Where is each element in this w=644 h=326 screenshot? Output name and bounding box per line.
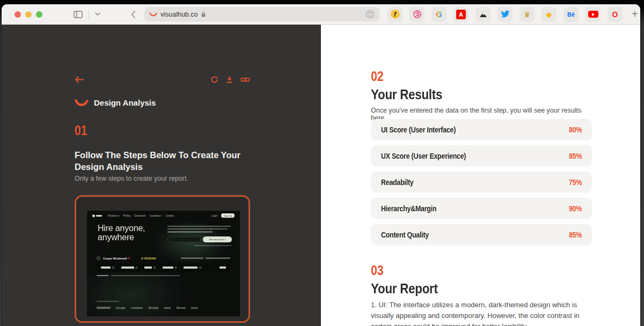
steps-subheading: Only a few steps to create your report. bbox=[75, 175, 188, 182]
mini-logos-row: Google coinbase Shopify slack Stream Int… bbox=[97, 306, 230, 309]
toolbar-divider bbox=[89, 10, 89, 19]
result-row: UX Score (User Experience) 85% bbox=[371, 145, 592, 166]
back-button[interactable] bbox=[130, 10, 136, 19]
extension-opera-button[interactable]: O bbox=[608, 7, 623, 22]
browser-toolbar: visualhub.co ••• f G A ♛ ◆ Bē O + bbox=[2, 4, 640, 25]
mini-nav-item: Company ▾ bbox=[150, 214, 162, 217]
result-label: UI Score (User Interface) bbox=[381, 125, 456, 134]
page-options-button[interactable]: ••• bbox=[365, 10, 375, 19]
mini-text-line bbox=[194, 245, 232, 246]
extension-f-yellow-button[interactable]: f bbox=[387, 7, 402, 22]
mountain-icon bbox=[479, 11, 487, 18]
results-list: UI Score (User Interface) 80% UX Score (… bbox=[371, 119, 592, 250]
minimize-button[interactable] bbox=[25, 11, 32, 18]
result-row: Readabilty 75% bbox=[371, 172, 592, 192]
result-label: Hierarchy&Margin bbox=[381, 204, 436, 213]
result-row: Hierarchy&Margin 90% bbox=[371, 198, 592, 219]
result-label: Content Quality bbox=[381, 231, 429, 239]
extension-crown-button[interactable]: ♛ bbox=[519, 7, 535, 22]
mini-status-badge: PENDING bbox=[141, 257, 157, 260]
extension-sketch-button[interactable]: ◆ bbox=[541, 7, 557, 22]
mini-cta-button: Get my access › bbox=[203, 236, 232, 242]
gold-crown-icon: ♛ bbox=[524, 10, 531, 19]
close-button[interactable] bbox=[14, 11, 21, 18]
window-controls bbox=[14, 11, 47, 18]
link-button[interactable] bbox=[240, 77, 250, 83]
result-value: 80% bbox=[569, 125, 582, 134]
url-text: visualhub.co bbox=[160, 11, 198, 18]
mini-nav-item: Pricing bbox=[123, 214, 130, 217]
mini-headline: Hire anyone, anywhere bbox=[98, 224, 145, 242]
extensions-bar: f G A ♛ ◆ Bē O bbox=[387, 7, 623, 22]
uploaded-design-screenshot: Products ▾ Pricing Customers Company ▾ C… bbox=[87, 211, 240, 316]
report-body: 1. UI: The interface utilizes a modern, … bbox=[371, 300, 593, 326]
f-circle-icon: f bbox=[391, 10, 400, 19]
mini-text-line bbox=[97, 301, 119, 302]
results-title: Your Results bbox=[371, 86, 442, 103]
google-g-icon: G bbox=[436, 10, 442, 19]
step-number-01: 01 bbox=[75, 123, 87, 138]
new-tab-button[interactable]: + bbox=[632, 8, 638, 20]
step-number-03: 03 bbox=[371, 263, 383, 278]
chevron-down-icon[interactable] bbox=[95, 12, 100, 16]
refresh-button[interactable] bbox=[210, 76, 218, 84]
browser-window: visualhub.co ••• f G A ♛ ◆ Bē O + bbox=[2, 4, 640, 326]
mini-site-logo bbox=[92, 214, 102, 217]
opera-icon: O bbox=[612, 10, 618, 19]
results-panel: 02 Your Results Once you've entered the … bbox=[321, 25, 640, 326]
result-value: 75% bbox=[569, 178, 582, 187]
address-bar[interactable]: visualhub.co ••• bbox=[144, 7, 379, 21]
adobe-icon: A bbox=[456, 10, 466, 19]
mini-login: Login bbox=[211, 214, 217, 217]
mini-text-line bbox=[167, 228, 228, 229]
extension-twitter-button[interactable] bbox=[497, 7, 513, 22]
mini-nav-item: Customers bbox=[134, 214, 146, 217]
zoom-button[interactable] bbox=[36, 11, 42, 18]
mini-payroll-card: Casper Winderwell PENDING bbox=[97, 256, 230, 276]
sidebar-toggle-icon[interactable] bbox=[74, 11, 83, 18]
result-label: UX Score (User Experience) bbox=[381, 152, 466, 160]
mini-nav-item: Products ▾ bbox=[108, 214, 119, 217]
design-preview: Products ▾ Pricing Customers Company ▾ C… bbox=[75, 195, 250, 323]
download-button[interactable] bbox=[225, 76, 233, 84]
mini-signup-pill: Sign Up bbox=[221, 213, 235, 218]
mini-text-line bbox=[167, 226, 231, 227]
mini-nav-item: Contact bbox=[166, 214, 174, 217]
result-value: 90% bbox=[569, 204, 582, 213]
extension-dribbble-button[interactable] bbox=[409, 7, 425, 22]
step-number-02: 02 bbox=[371, 69, 383, 84]
youtube-icon bbox=[588, 11, 598, 18]
result-label: Readabilty bbox=[381, 178, 413, 187]
steps-heading: Follow The Steps Below To Create Your De… bbox=[75, 150, 253, 173]
extension-adobe-button[interactable]: A bbox=[453, 7, 469, 22]
site-favicon-swoosh-icon bbox=[149, 12, 157, 17]
lock-icon bbox=[201, 11, 206, 18]
mini-person-name: Casper Winderwell bbox=[103, 257, 130, 260]
mini-text-line bbox=[167, 231, 213, 232]
result-value: 85% bbox=[569, 152, 582, 160]
dribbble-icon bbox=[413, 10, 422, 19]
brand-name: Design Analysis bbox=[94, 98, 156, 107]
behance-icon: Bē bbox=[567, 11, 575, 18]
steps-panel: Design Analysis 01 Follow The Steps Belo… bbox=[2, 25, 321, 326]
extension-google-button[interactable]: G bbox=[431, 7, 447, 22]
yellow-diamond-icon: ◆ bbox=[546, 10, 552, 19]
visualhub-logo-swoosh-icon bbox=[75, 99, 89, 107]
extension-youtube-button[interactable] bbox=[586, 7, 601, 22]
back-arrow-button[interactable] bbox=[75, 76, 84, 83]
mini-email-input bbox=[167, 236, 201, 242]
extension-behance-button[interactable]: Bē bbox=[564, 7, 579, 22]
result-value: 85% bbox=[569, 231, 582, 239]
report-title: Your Report bbox=[371, 280, 438, 297]
mini-avatar bbox=[97, 256, 100, 260]
extension-mountain-button[interactable] bbox=[475, 7, 491, 22]
twitter-bird-icon bbox=[501, 10, 510, 18]
result-row: Content Quality 85% bbox=[371, 224, 592, 245]
result-row: UI Score (User Interface) 80% bbox=[371, 119, 592, 140]
